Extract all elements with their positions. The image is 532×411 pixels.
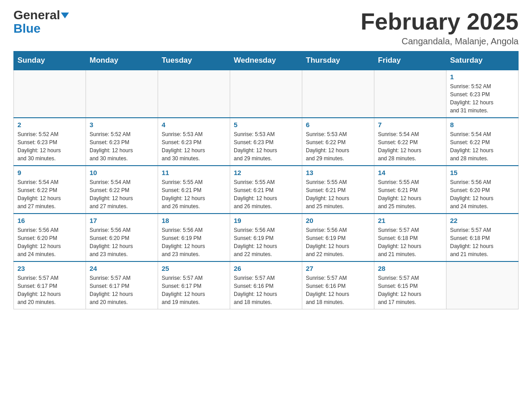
day-info: Sunrise: 5:54 AMSunset: 6:22 PMDaylight:… bbox=[450, 130, 515, 163]
day-cell: 6Sunrise: 5:53 AMSunset: 6:22 PMDaylight… bbox=[302, 118, 374, 166]
day-number: 22 bbox=[450, 217, 515, 224]
day-info: Sunrise: 5:56 AMSunset: 6:20 PMDaylight:… bbox=[450, 178, 515, 210]
day-cell bbox=[230, 70, 302, 118]
day-info: Sunrise: 5:54 AMSunset: 6:22 PMDaylight:… bbox=[90, 178, 154, 210]
day-number: 12 bbox=[234, 169, 298, 176]
day-number: 6 bbox=[306, 121, 370, 128]
weekday-header-sunday: Sunday bbox=[14, 51, 86, 70]
day-number: 11 bbox=[162, 169, 226, 176]
day-number: 15 bbox=[450, 169, 515, 176]
weekday-header-tuesday: Tuesday bbox=[158, 51, 230, 70]
day-cell bbox=[158, 70, 230, 118]
day-info: Sunrise: 5:57 AMSunset: 6:16 PMDaylight:… bbox=[234, 274, 298, 306]
day-cell: 21Sunrise: 5:57 AMSunset: 6:18 PMDayligh… bbox=[374, 214, 446, 261]
day-info: Sunrise: 5:54 AMSunset: 6:22 PMDaylight:… bbox=[17, 178, 82, 210]
day-cell: 14Sunrise: 5:55 AMSunset: 6:21 PMDayligh… bbox=[374, 166, 446, 214]
day-info: Sunrise: 5:57 AMSunset: 6:17 PMDaylight:… bbox=[90, 274, 154, 306]
day-cell: 9Sunrise: 5:54 AMSunset: 6:22 PMDaylight… bbox=[14, 166, 86, 214]
day-number: 16 bbox=[17, 217, 82, 224]
day-info: Sunrise: 5:57 AMSunset: 6:18 PMDaylight:… bbox=[450, 226, 515, 258]
day-info: Sunrise: 5:56 AMSunset: 6:20 PMDaylight:… bbox=[90, 226, 154, 258]
day-cell bbox=[446, 261, 519, 309]
day-info: Sunrise: 5:55 AMSunset: 6:21 PMDaylight:… bbox=[162, 178, 226, 210]
calendar-title: February 2025 bbox=[360, 9, 519, 34]
day-cell: 10Sunrise: 5:54 AMSunset: 6:22 PMDayligh… bbox=[86, 166, 158, 214]
day-cell: 18Sunrise: 5:56 AMSunset: 6:19 PMDayligh… bbox=[158, 214, 230, 261]
day-cell: 7Sunrise: 5:54 AMSunset: 6:22 PMDaylight… bbox=[374, 118, 446, 166]
day-cell: 1Sunrise: 5:52 AMSunset: 6:23 PMDaylight… bbox=[446, 70, 519, 118]
day-number: 20 bbox=[306, 217, 370, 224]
day-info: Sunrise: 5:56 AMSunset: 6:19 PMDaylight:… bbox=[234, 226, 298, 258]
week-row-4: 16Sunrise: 5:56 AMSunset: 6:20 PMDayligh… bbox=[14, 214, 519, 261]
day-cell bbox=[302, 70, 374, 118]
day-cell: 4Sunrise: 5:53 AMSunset: 6:23 PMDaylight… bbox=[158, 118, 230, 166]
day-cell: 8Sunrise: 5:54 AMSunset: 6:22 PMDaylight… bbox=[446, 118, 519, 166]
logo: General Blue bbox=[13, 9, 69, 36]
day-info: Sunrise: 5:56 AMSunset: 6:19 PMDaylight:… bbox=[306, 226, 370, 258]
day-info: Sunrise: 5:53 AMSunset: 6:22 PMDaylight:… bbox=[306, 130, 370, 163]
day-cell: 25Sunrise: 5:57 AMSunset: 6:17 PMDayligh… bbox=[158, 261, 230, 309]
day-cell bbox=[14, 70, 86, 118]
week-row-5: 23Sunrise: 5:57 AMSunset: 6:17 PMDayligh… bbox=[14, 261, 519, 309]
day-cell: 3Sunrise: 5:52 AMSunset: 6:23 PMDaylight… bbox=[86, 118, 158, 166]
day-info: Sunrise: 5:54 AMSunset: 6:22 PMDaylight:… bbox=[378, 130, 442, 163]
day-info: Sunrise: 5:52 AMSunset: 6:23 PMDaylight:… bbox=[17, 130, 82, 163]
title-block: February 2025 Cangandala, Malanje, Angol… bbox=[360, 9, 519, 47]
day-number: 4 bbox=[162, 121, 226, 128]
day-cell: 11Sunrise: 5:55 AMSunset: 6:21 PMDayligh… bbox=[158, 166, 230, 214]
day-info: Sunrise: 5:53 AMSunset: 6:23 PMDaylight:… bbox=[162, 130, 226, 163]
day-cell: 28Sunrise: 5:57 AMSunset: 6:15 PMDayligh… bbox=[374, 261, 446, 309]
day-number: 19 bbox=[234, 217, 298, 224]
week-row-1: 1Sunrise: 5:52 AMSunset: 6:23 PMDaylight… bbox=[14, 70, 519, 118]
day-cell: 27Sunrise: 5:57 AMSunset: 6:16 PMDayligh… bbox=[302, 261, 374, 309]
calendar-table: SundayMondayTuesdayWednesdayThursdayFrid… bbox=[13, 51, 519, 309]
logo-blue: Blue bbox=[13, 21, 41, 36]
logo-general: General bbox=[13, 9, 69, 21]
day-number: 14 bbox=[378, 169, 442, 176]
day-cell: 22Sunrise: 5:57 AMSunset: 6:18 PMDayligh… bbox=[446, 214, 519, 261]
day-number: 9 bbox=[17, 169, 82, 176]
weekday-header-saturday: Saturday bbox=[446, 51, 519, 70]
weekday-header-friday: Friday bbox=[374, 51, 446, 70]
day-number: 27 bbox=[306, 265, 370, 272]
day-number: 8 bbox=[450, 121, 515, 128]
day-number: 24 bbox=[90, 265, 154, 272]
day-info: Sunrise: 5:57 AMSunset: 6:17 PMDaylight:… bbox=[17, 274, 82, 306]
day-cell: 23Sunrise: 5:57 AMSunset: 6:17 PMDayligh… bbox=[14, 261, 86, 309]
day-cell: 19Sunrise: 5:56 AMSunset: 6:19 PMDayligh… bbox=[230, 214, 302, 261]
day-info: Sunrise: 5:52 AMSunset: 6:23 PMDaylight:… bbox=[450, 82, 515, 115]
day-cell: 12Sunrise: 5:55 AMSunset: 6:21 PMDayligh… bbox=[230, 166, 302, 214]
day-number: 1 bbox=[450, 73, 515, 81]
day-cell: 26Sunrise: 5:57 AMSunset: 6:16 PMDayligh… bbox=[230, 261, 302, 309]
day-info: Sunrise: 5:56 AMSunset: 6:20 PMDaylight:… bbox=[17, 226, 82, 258]
day-cell: 13Sunrise: 5:55 AMSunset: 6:21 PMDayligh… bbox=[302, 166, 374, 214]
page-header: General Blue February 2025 Cangandala, M… bbox=[13, 9, 519, 47]
day-number: 7 bbox=[378, 121, 442, 128]
day-cell: 17Sunrise: 5:56 AMSunset: 6:20 PMDayligh… bbox=[86, 214, 158, 261]
day-number: 28 bbox=[378, 265, 442, 272]
day-number: 23 bbox=[17, 265, 82, 272]
day-info: Sunrise: 5:56 AMSunset: 6:19 PMDaylight:… bbox=[162, 226, 226, 258]
day-info: Sunrise: 5:55 AMSunset: 6:21 PMDaylight:… bbox=[378, 178, 442, 210]
day-number: 17 bbox=[90, 217, 154, 224]
day-info: Sunrise: 5:55 AMSunset: 6:21 PMDaylight:… bbox=[306, 178, 370, 210]
weekday-header-wednesday: Wednesday bbox=[230, 51, 302, 70]
day-cell: 24Sunrise: 5:57 AMSunset: 6:17 PMDayligh… bbox=[86, 261, 158, 309]
weekday-header-row: SundayMondayTuesdayWednesdayThursdayFrid… bbox=[14, 51, 519, 70]
day-number: 5 bbox=[234, 121, 298, 128]
day-number: 18 bbox=[162, 217, 226, 224]
day-cell bbox=[86, 70, 158, 118]
day-cell: 5Sunrise: 5:53 AMSunset: 6:23 PMDaylight… bbox=[230, 118, 302, 166]
day-number: 21 bbox=[378, 217, 442, 224]
day-number: 26 bbox=[234, 265, 298, 272]
day-number: 25 bbox=[162, 265, 226, 272]
day-cell: 16Sunrise: 5:56 AMSunset: 6:20 PMDayligh… bbox=[14, 214, 86, 261]
day-cell: 20Sunrise: 5:56 AMSunset: 6:19 PMDayligh… bbox=[302, 214, 374, 261]
weekday-header-thursday: Thursday bbox=[302, 51, 374, 70]
day-cell bbox=[374, 70, 446, 118]
weekday-header-monday: Monday bbox=[86, 51, 158, 70]
day-number: 13 bbox=[306, 169, 370, 176]
day-info: Sunrise: 5:57 AMSunset: 6:16 PMDaylight:… bbox=[306, 274, 370, 306]
day-number: 10 bbox=[90, 169, 154, 176]
calendar-subtitle: Cangandala, Malanje, Angola bbox=[360, 36, 519, 47]
